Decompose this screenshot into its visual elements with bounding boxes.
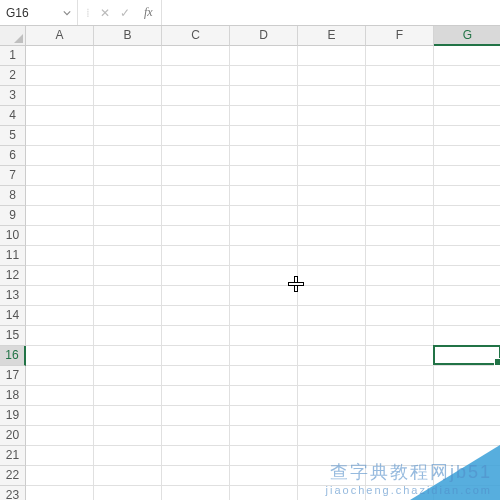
cell[interactable] (366, 446, 434, 466)
cell[interactable] (230, 206, 298, 226)
cell[interactable] (230, 286, 298, 306)
cell[interactable] (434, 206, 500, 226)
cell[interactable] (26, 466, 94, 486)
cell[interactable] (298, 466, 366, 486)
cell[interactable] (298, 146, 366, 166)
cell[interactable] (162, 46, 230, 66)
cell[interactable] (26, 166, 94, 186)
cancel-icon[interactable]: ✕ (100, 6, 110, 20)
cell[interactable] (94, 226, 162, 246)
cell[interactable] (366, 366, 434, 386)
cell[interactable] (434, 346, 500, 366)
column-header-C[interactable]: C (162, 26, 230, 46)
cell[interactable] (366, 466, 434, 486)
cell[interactable] (94, 266, 162, 286)
cell[interactable] (366, 66, 434, 86)
cell[interactable] (434, 266, 500, 286)
cell[interactable] (162, 126, 230, 146)
cell[interactable] (434, 246, 500, 266)
cell[interactable] (298, 86, 366, 106)
cell[interactable] (162, 306, 230, 326)
cell[interactable] (434, 166, 500, 186)
cell[interactable] (94, 486, 162, 500)
cell[interactable] (434, 386, 500, 406)
cell[interactable] (162, 206, 230, 226)
row-header-10[interactable]: 10 (0, 226, 26, 246)
cell[interactable] (94, 286, 162, 306)
cell[interactable] (366, 266, 434, 286)
cell[interactable] (434, 186, 500, 206)
cell[interactable] (434, 286, 500, 306)
cell[interactable] (162, 386, 230, 406)
cell[interactable] (230, 326, 298, 346)
cell[interactable] (162, 146, 230, 166)
cell[interactable] (26, 446, 94, 466)
cell[interactable] (94, 46, 162, 66)
row-header-2[interactable]: 2 (0, 66, 26, 86)
cell[interactable] (94, 466, 162, 486)
cell[interactable] (162, 86, 230, 106)
cell[interactable] (26, 426, 94, 446)
cell[interactable] (94, 406, 162, 426)
row-header-15[interactable]: 15 (0, 326, 26, 346)
cell[interactable] (434, 106, 500, 126)
cell[interactable] (162, 106, 230, 126)
cell[interactable] (366, 226, 434, 246)
cell[interactable] (94, 186, 162, 206)
cell[interactable] (162, 266, 230, 286)
cell[interactable] (366, 346, 434, 366)
cell[interactable] (366, 106, 434, 126)
cell[interactable] (230, 166, 298, 186)
row-header-1[interactable]: 1 (0, 46, 26, 66)
cell[interactable] (230, 466, 298, 486)
cell[interactable] (26, 186, 94, 206)
row-header-5[interactable]: 5 (0, 126, 26, 146)
cell[interactable] (366, 246, 434, 266)
row-header-8[interactable]: 8 (0, 186, 26, 206)
cell[interactable] (298, 126, 366, 146)
cell[interactable] (26, 346, 94, 366)
cell[interactable] (162, 486, 230, 500)
cell[interactable] (26, 386, 94, 406)
cell[interactable] (298, 446, 366, 466)
cell[interactable] (230, 406, 298, 426)
confirm-icon[interactable]: ✓ (120, 6, 130, 20)
cell[interactable] (366, 386, 434, 406)
cell[interactable] (26, 366, 94, 386)
cell[interactable] (298, 326, 366, 346)
cell[interactable] (434, 226, 500, 246)
cell[interactable] (162, 186, 230, 206)
cell[interactable] (434, 126, 500, 146)
cell[interactable] (298, 206, 366, 226)
cell[interactable] (94, 66, 162, 86)
cell[interactable] (366, 146, 434, 166)
row-header-9[interactable]: 9 (0, 206, 26, 226)
cell[interactable] (434, 466, 500, 486)
cell[interactable] (230, 306, 298, 326)
cell[interactable] (94, 86, 162, 106)
cell[interactable] (366, 126, 434, 146)
row-header-20[interactable]: 20 (0, 426, 26, 446)
cell[interactable] (94, 426, 162, 446)
row-header-13[interactable]: 13 (0, 286, 26, 306)
cell[interactable] (230, 426, 298, 446)
row-header-21[interactable]: 21 (0, 446, 26, 466)
column-header-E[interactable]: E (298, 26, 366, 46)
cell[interactable] (162, 246, 230, 266)
cell[interactable] (366, 406, 434, 426)
cell[interactable] (162, 346, 230, 366)
cell[interactable] (94, 346, 162, 366)
cell[interactable] (434, 86, 500, 106)
cell[interactable] (298, 46, 366, 66)
cell[interactable] (366, 206, 434, 226)
cells-area[interactable] (26, 46, 500, 500)
cell[interactable] (162, 406, 230, 426)
cell[interactable] (94, 106, 162, 126)
cell[interactable] (26, 406, 94, 426)
cell[interactable] (298, 286, 366, 306)
cell[interactable] (94, 326, 162, 346)
cell[interactable] (94, 166, 162, 186)
cell[interactable] (26, 246, 94, 266)
cell[interactable] (162, 366, 230, 386)
row-header-17[interactable]: 17 (0, 366, 26, 386)
